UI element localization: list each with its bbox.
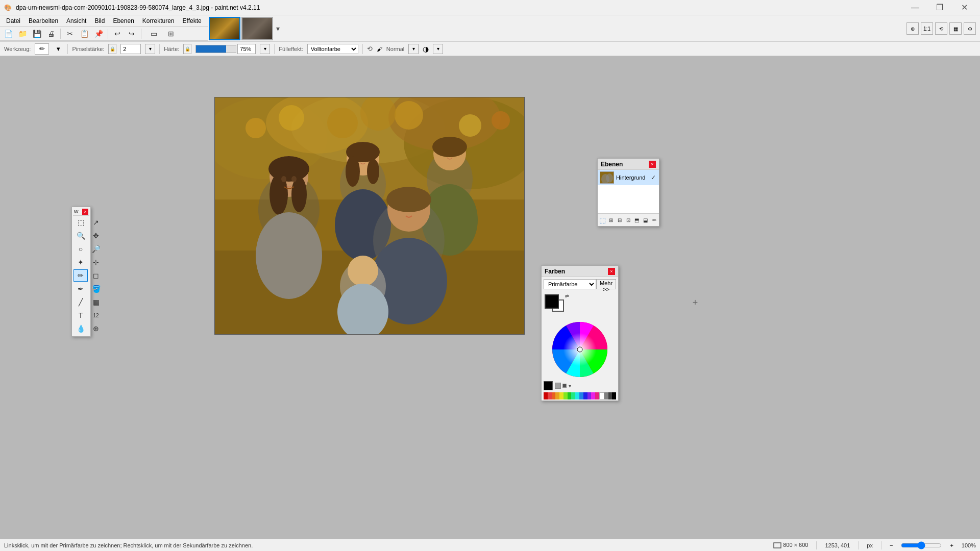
blend-mode-dropdown[interactable]: ▾ [408, 44, 419, 54]
new-button[interactable]: 📄 [2, 28, 14, 40]
brush-size-dropdown[interactable]: ▾ [145, 44, 155, 54]
palette-pink[interactable] [595, 392, 599, 399]
number-tool[interactable]: 12 [89, 309, 103, 321]
zoom-out-tool[interactable]: 🔎 [89, 243, 103, 255]
palette-amber[interactable] [555, 392, 559, 399]
hardness-slider[interactable] [195, 45, 236, 53]
layer-item-background[interactable]: Hintergrund ✓ [598, 170, 659, 185]
palette-green[interactable] [568, 392, 572, 399]
select-lasso-tool[interactable]: ↗ [89, 216, 103, 229]
zoom-slider[interactable] [901, 541, 942, 549]
swap-colors-button[interactable]: ⇄ [565, 293, 569, 298]
menu-datei[interactable]: Datei [2, 15, 24, 27]
swatch-dropdown[interactable]: ▾ [569, 383, 571, 389]
zoom-fit-button[interactable]: ⊕ [906, 22, 919, 35]
cut-button[interactable]: ✂ [64, 28, 76, 40]
palette-purple[interactable] [587, 392, 592, 399]
crop-tool[interactable]: ⊹ [89, 256, 103, 268]
palette-white[interactable] [599, 392, 604, 399]
palette-darkblue[interactable] [583, 392, 587, 399]
zoom-1to1-button[interactable]: 1:1 [921, 22, 933, 35]
history-button[interactable]: ⟲ [935, 22, 947, 35]
zoom-in-status-button[interactable]: + [950, 542, 953, 548]
palette-red[interactable] [544, 392, 548, 399]
brush-size-input[interactable]: 2 [120, 44, 141, 54]
color-wheel[interactable] [551, 321, 608, 378]
palette-blue[interactable] [579, 392, 583, 399]
layer-grid-button[interactable]: ⊞ [607, 215, 615, 225]
brush-tool-icon[interactable]: ✏ [35, 43, 49, 55]
layer-merge-button[interactable]: ⊟ [616, 215, 624, 225]
palette-black[interactable] [612, 392, 616, 399]
layer-duplicate-button[interactable]: ⊡ [625, 215, 632, 225]
canvas[interactable] [214, 97, 525, 335]
magic-wand-tool[interactable]: ✦ [74, 256, 88, 268]
deselect-button[interactable]: ▭ [144, 28, 163, 40]
close-button[interactable]: ✕ [952, 0, 976, 15]
colorpicker-tool[interactable]: 💧 [74, 322, 88, 335]
hardness-lock[interactable]: 🔒 [183, 44, 191, 54]
eraser-tool[interactable]: ◻ [89, 269, 103, 282]
save-button[interactable]: 💾 [31, 28, 43, 40]
colors-close-button[interactable]: × [608, 268, 615, 275]
toolbox-close-button[interactable]: × [82, 209, 88, 215]
layer-down-button[interactable]: ⬓ [642, 215, 649, 225]
maximize-button[interactable]: ❐ [928, 0, 951, 15]
undo-button[interactable]: ↩ [111, 28, 124, 40]
layer-delete-button[interactable]: ✏ [650, 215, 658, 225]
line-tool[interactable]: ╱ [74, 296, 88, 308]
menu-ansicht[interactable]: Ansicht [62, 15, 90, 27]
palette-orange[interactable] [552, 392, 556, 399]
layer-up-button[interactable]: ⬒ [633, 215, 641, 225]
dark-swatch[interactable] [562, 384, 567, 388]
grid-button[interactable]: ⊞ [165, 28, 177, 40]
thumbnail-1[interactable] [209, 17, 240, 40]
brush-size-lock[interactable]: 🔒 [108, 44, 116, 54]
select-rect-tool[interactable]: ⬚ [74, 216, 88, 229]
black-swatch[interactable] [544, 381, 553, 390]
minimize-button[interactable]: — [903, 0, 927, 15]
text-tool[interactable]: T [74, 309, 88, 321]
layers-close-button[interactable]: × [649, 161, 656, 168]
palette-magenta[interactable] [591, 392, 595, 399]
palette-mint[interactable] [571, 392, 575, 399]
menu-korrekturen[interactable]: Korrekturen [138, 15, 179, 27]
zoom-out-status-button[interactable]: − [890, 542, 893, 548]
brush-tool[interactable]: ✏ [74, 269, 88, 282]
color-mode-select[interactable]: Primärfarbe Sekundärfarbe [544, 279, 596, 289]
thumbnail-arrow[interactable]: ▾ [274, 17, 282, 40]
open-button[interactable]: 📁 [16, 28, 29, 40]
palette-cyan[interactable] [575, 392, 579, 399]
redo-button[interactable]: ↪ [126, 28, 138, 40]
mehr-button[interactable]: Mehr >> [596, 279, 616, 289]
opacity-dropdown[interactable]: ▾ [433, 44, 443, 54]
layer-visibility-check[interactable]: ✓ [650, 174, 657, 181]
print-button[interactable]: 🖨 [45, 28, 57, 40]
tool-options-arrow[interactable]: ▾ [53, 43, 63, 55]
settings-button[interactable]: ⚙ [964, 22, 976, 35]
fill-effect-select[interactable]: Volltonfarbe [307, 44, 358, 54]
fg-color-swatch[interactable] [545, 294, 559, 309]
palette-lightred[interactable] [548, 392, 552, 399]
palette-midgray[interactable] [604, 392, 608, 399]
copy-button[interactable]: 📋 [78, 28, 90, 40]
gradient-tool[interactable]: ▦ [89, 296, 103, 308]
clone-tool[interactable]: ⊕ [89, 322, 103, 335]
palette-yellow[interactable] [559, 392, 564, 399]
move-tool[interactable]: ✥ [89, 230, 103, 242]
hardness-input[interactable]: 75% [237, 44, 256, 54]
layer-add-button[interactable]: ⬚ [599, 215, 606, 225]
paste-button[interactable]: 📌 [92, 28, 105, 40]
color-wheel-area[interactable] [542, 319, 618, 380]
pencil-tool[interactable]: ✒ [74, 283, 88, 295]
palette-darkgray[interactable] [608, 392, 612, 399]
hardness-dropdown[interactable]: ▾ [260, 44, 270, 54]
menu-ebenen[interactable]: Ebenen [109, 15, 138, 27]
zoom-tool[interactable]: 🔍 [74, 230, 88, 242]
layers-toggle-button[interactable]: ▦ [949, 22, 962, 35]
menu-effekte[interactable]: Effekte [179, 15, 206, 27]
menu-bild[interactable]: Bild [90, 15, 109, 27]
menu-bearbeiten[interactable]: Bearbeiten [24, 15, 62, 27]
thumbnail-2[interactable] [241, 17, 273, 40]
palette-lime[interactable] [564, 392, 568, 399]
